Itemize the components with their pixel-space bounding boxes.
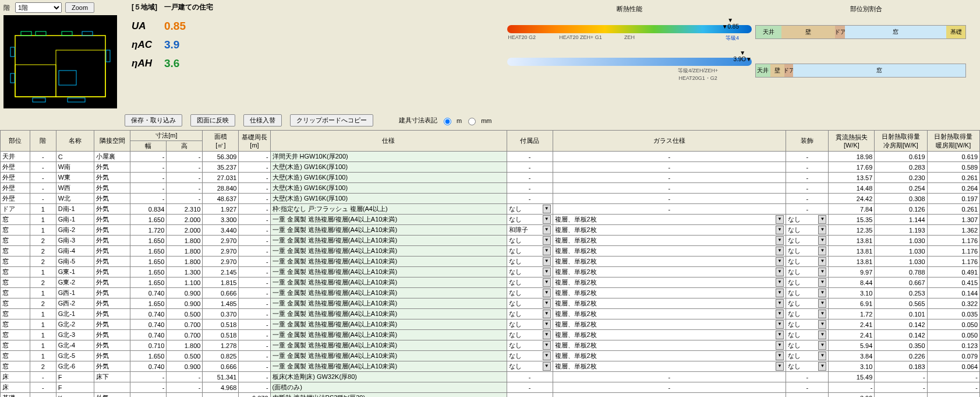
- table-row[interactable]: 窓1G北-3外気0.7400.7000.518-一重 金属製 遮熱複層/複層(A…: [1, 330, 980, 340]
- hdr-spec: 仕様: [270, 131, 507, 152]
- ua-gradient-bar: ▼0.85 HEAT20 G2 HEAT20 ZEH+ G1 ZEH 等級4: [507, 25, 752, 33]
- dropdown-icon[interactable]: ▼: [818, 299, 826, 308]
- table-row[interactable]: 窓1G西-1外気0.7400.9000.666-一重 金属製 遮熱複層/複層(A…: [1, 288, 980, 298]
- dropdown-icon[interactable]: ▼: [818, 278, 826, 287]
- dropdown-icon[interactable]: ▼: [818, 289, 826, 297]
- dropdown-icon[interactable]: ▼: [776, 320, 784, 329]
- dropdown-icon[interactable]: ▼: [776, 341, 784, 350]
- etaac-label: ηAC: [132, 39, 153, 51]
- dropdown-icon[interactable]: ▼: [776, 331, 784, 339]
- dropdown-icon[interactable]: ▼: [776, 362, 784, 371]
- etaah-label: ηAH: [132, 58, 153, 69]
- dropdown-icon[interactable]: ▼: [543, 236, 551, 245]
- hdr-h: 高: [167, 141, 203, 152]
- dropdown-icon[interactable]: ▼: [543, 362, 551, 371]
- dropdown-icon[interactable]: ▼: [776, 278, 784, 287]
- dropdown-icon[interactable]: ▼: [543, 205, 551, 213]
- dropdown-icon[interactable]: ▼: [818, 215, 826, 224]
- table-row[interactable]: 外壁-W北外気--48.637-大壁(木造) GW16K(厚100)---24.…: [1, 194, 980, 204]
- table-row[interactable]: 窓1G北-4外気0.7101.8001.278-一重 金属製 遮熱複層/複層(A…: [1, 340, 980, 351]
- table-row[interactable]: 窓2G北-6外気0.7400.9000.666-一重 金属製 遮熱複層/複層(A…: [1, 361, 980, 372]
- table-row[interactable]: 窓1G北-2外気0.7400.7000.518-一重 金属製 遮熱複層/複層(A…: [1, 319, 980, 330]
- table-row[interactable]: 窓2G東-2外気1.6501.1001.815-一重 金属製 遮熱複層/複層(A…: [1, 277, 980, 288]
- dropdown-icon[interactable]: ▼: [776, 310, 784, 318]
- ratio-bar-1: 天井 壁 ドア 窓 基礎: [755, 25, 966, 39]
- dropdown-icon[interactable]: ▼: [818, 226, 826, 234]
- table-row[interactable]: 床-F--4.968-(面積のみ)------: [1, 382, 980, 393]
- table-row[interactable]: 窓1G東-1外気1.6501.3002.145-一重 金属製 遮熱複層/複層(A…: [1, 267, 980, 277]
- dropdown-icon[interactable]: ▼: [543, 341, 551, 350]
- table-row[interactable]: 窓1G北-1外気0.7400.5000.370-一重 金属製 遮熱複層/複層(A…: [1, 309, 980, 319]
- table-row[interactable]: 外壁-W東外気--27.031-大壁(木造) GW16K(厚100)---13.…: [1, 173, 980, 183]
- dropdown-icon[interactable]: ▼: [818, 236, 826, 245]
- eta-gradient-bar: 3.9O▼ 等級4/ZEH/ZEH+ HEAT20G1・G2: [507, 58, 752, 66]
- dropdown-icon[interactable]: ▼: [818, 320, 826, 329]
- table-row[interactable]: 窓2G南-4外気1.6501.8002.970-一重 金属製 遮熱複層/複層(A…: [1, 246, 980, 257]
- table-row[interactable]: 外壁-W南外気--35.237-大壁(木造) GW16K(厚100)---17.…: [1, 162, 980, 173]
- dropdown-icon[interactable]: ▼: [543, 247, 551, 255]
- dropdown-icon[interactable]: ▼: [818, 310, 826, 318]
- ratio-bar-2: 天井 壁 ドア 窓: [755, 64, 966, 78]
- ratio-title: 部位別割合: [755, 5, 977, 13]
- dropdown-icon[interactable]: ▼: [818, 341, 826, 350]
- spec-swap-button[interactable]: 仕様入替: [243, 114, 282, 127]
- ua-marker: ▼0.85: [722, 17, 739, 30]
- dropdown-icon[interactable]: ▼: [818, 268, 826, 276]
- dropdown-icon[interactable]: ▼: [818, 247, 826, 255]
- hdr-name: 名称: [56, 131, 94, 152]
- hdr-part: 部位: [1, 131, 30, 152]
- dropdown-icon[interactable]: ▼: [776, 226, 784, 234]
- dropdown-icon[interactable]: ▼: [818, 257, 826, 266]
- dropdown-icon[interactable]: ▼: [543, 268, 551, 276]
- dropdown-icon[interactable]: ▼: [776, 268, 784, 276]
- table-row[interactable]: 外壁-W西外気--28.840-大壁(木造) GW16K(厚100)---14.…: [1, 183, 980, 194]
- dim-unit-label: 建具寸法表記: [399, 116, 437, 125]
- svg-rect-0: [15, 36, 105, 97]
- dropdown-icon[interactable]: ▼: [776, 247, 784, 255]
- table-row[interactable]: 基礎-K外気6.370内断熱 遮熱押出法PS3種b(厚30)---3.99--: [1, 393, 980, 398]
- dropdown-icon[interactable]: ▼: [543, 310, 551, 318]
- hdr-adj: 隣接空間: [94, 131, 130, 152]
- table-row[interactable]: 窓2G西-2外気1.6500.9001.485-一重 金属製 遮熱複層/複層(A…: [1, 298, 980, 309]
- dropdown-icon[interactable]: ▼: [543, 257, 551, 266]
- unit-m-radio[interactable]: [444, 118, 451, 125]
- table-row[interactable]: 窓2G南-3外気1.6501.8002.970-一重 金属製 遮熱複層/複層(A…: [1, 236, 980, 246]
- dropdown-icon[interactable]: ▼: [818, 331, 826, 339]
- dropdown-icon[interactable]: ▼: [543, 320, 551, 329]
- table-row[interactable]: 窓1G南-1外気1.6502.0003.300-一重 金属製 遮熱複層/複層(A…: [1, 215, 980, 225]
- dropdown-icon[interactable]: ▼: [776, 215, 784, 224]
- dropdown-icon[interactable]: ▼: [543, 352, 551, 360]
- dropdown-icon[interactable]: ▼: [543, 289, 551, 297]
- dropdown-icon[interactable]: ▼: [776, 289, 784, 297]
- dropdown-icon[interactable]: ▼: [776, 257, 784, 266]
- dropdown-icon[interactable]: ▼: [543, 226, 551, 234]
- table-row[interactable]: ドア1D南-1外気0.8342.3101.927-枠:指定なし 戸:フラッシュ …: [1, 204, 980, 215]
- table-row[interactable]: 床-F床下--51.341-板床(木造剛床) GW32K(厚80)---15.4…: [1, 372, 980, 382]
- dropdown-icon[interactable]: ▼: [543, 215, 551, 224]
- table-row[interactable]: 窓1G南-2外気1.7202.0003.440-一重 金属製 遮熱複層/複層(A…: [1, 225, 980, 236]
- hdr-dim: 寸法[m]: [130, 131, 203, 141]
- save-load-button[interactable]: 保存・取り込み: [125, 114, 182, 127]
- zoom-button[interactable]: Zoom: [65, 2, 94, 13]
- svg-rect-5: [62, 31, 72, 36]
- dropdown-icon[interactable]: ▼: [818, 362, 826, 371]
- floor-select[interactable]: 1階: [15, 2, 62, 13]
- svg-rect-1: [15, 65, 56, 97]
- table-row[interactable]: 天井-C小屋裏--56.309-洋間天井 HGW10K(厚200)---18.9…: [1, 152, 980, 162]
- reflect-button[interactable]: 図面に反映: [190, 114, 235, 127]
- dropdown-icon[interactable]: ▼: [543, 278, 551, 287]
- dropdown-icon[interactable]: ▼: [776, 352, 784, 360]
- unit-mm-radio[interactable]: [468, 118, 476, 125]
- hdr-acc: 付属品: [507, 131, 553, 152]
- hdr-glass: ガラス仕様: [553, 131, 786, 152]
- dropdown-icon[interactable]: ▼: [776, 236, 784, 245]
- dropdown-icon[interactable]: ▼: [543, 299, 551, 308]
- hdr-floor: 階: [30, 131, 56, 152]
- dropdown-icon[interactable]: ▼: [543, 331, 551, 339]
- ua-value: 0.85: [164, 20, 186, 33]
- table-row[interactable]: 窓1G北-5外気1.6500.5000.825-一重 金属製 遮熱複層/複層(A…: [1, 351, 980, 361]
- dropdown-icon[interactable]: ▼: [818, 352, 826, 360]
- dropdown-icon[interactable]: ▼: [776, 299, 784, 308]
- table-row[interactable]: 窓2G南-5外気1.6501.8002.970-一重 金属製 遮熱複層/複層(A…: [1, 257, 980, 267]
- clipboard-button[interactable]: クリップボードへコピー: [290, 114, 373, 127]
